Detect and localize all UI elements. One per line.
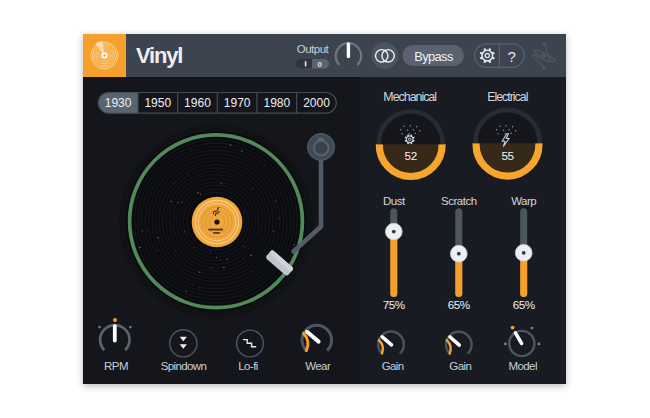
svg-text:75%: 75% <box>383 298 405 311</box>
svg-text:1960: 1960 <box>184 96 211 110</box>
svg-text:2000: 2000 <box>303 96 330 110</box>
svg-text:65%: 65% <box>448 298 470 311</box>
svg-text:Wear: Wear <box>305 360 331 372</box>
svg-text:Gain: Gain <box>449 360 471 372</box>
svg-text:Spindown: Spindown <box>161 360 207 372</box>
svg-text:Model: Model <box>509 360 537 372</box>
svg-text:0: 0 <box>318 60 323 69</box>
svg-text:Bypass: Bypass <box>414 49 453 64</box>
svg-text:Output: Output <box>297 43 330 55</box>
svg-text:?: ? <box>507 48 515 65</box>
svg-text:Dust: Dust <box>383 195 406 207</box>
svg-text:Lo-fi: Lo-fi <box>238 360 257 372</box>
svg-text:Mechanical: Mechanical <box>383 90 436 104</box>
svg-text:65%: 65% <box>513 298 535 311</box>
svg-text:RPM: RPM <box>104 360 128 372</box>
svg-text:1980: 1980 <box>263 96 290 110</box>
svg-text:Electrical: Electrical <box>487 90 528 104</box>
svg-text:1930: 1930 <box>105 96 132 110</box>
svg-text:Gain: Gain <box>382 360 404 372</box>
svg-text:55: 55 <box>501 149 514 162</box>
svg-text:Vinyl: Vinyl <box>136 43 182 68</box>
svg-text:52: 52 <box>405 149 417 162</box>
svg-text:Scratch: Scratch <box>441 195 477 207</box>
svg-text:1950: 1950 <box>144 96 171 110</box>
svg-text:1970: 1970 <box>224 96 251 110</box>
svg-text:Warp: Warp <box>511 195 536 207</box>
